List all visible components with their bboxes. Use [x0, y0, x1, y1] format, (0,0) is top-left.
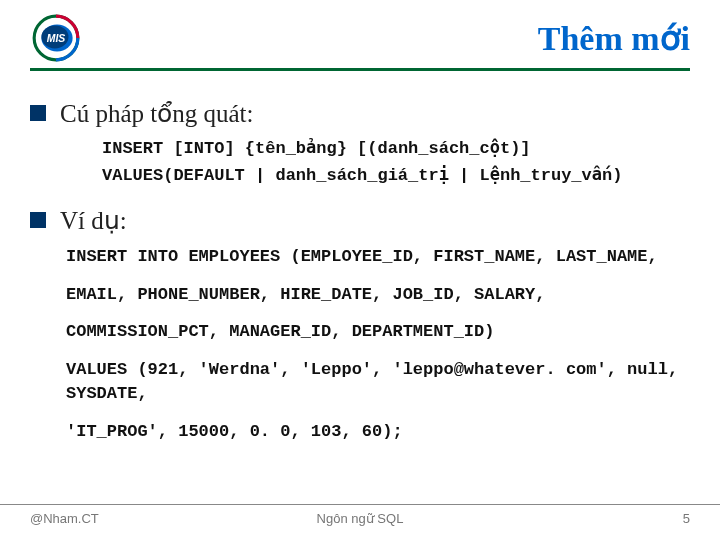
footer-author: @Nham.CT	[30, 511, 99, 526]
example-code-line: EMAIL, PHONE_NUMBER, HIRE_DATE, JOB_ID, …	[66, 283, 690, 307]
example-code-line: 'IT_PROG', 15000, 0. 0, 103, 60);	[66, 420, 690, 444]
bullet-item: Cú pháp tổng quát:	[30, 99, 690, 128]
example-code-line: INSERT INTO EMPLOYEES (EMPLOYEE_ID, FIRS…	[66, 245, 690, 269]
footer-subject: Ngôn ngữ SQL	[317, 511, 404, 526]
example-code-line: COMMISSION_PCT, MANAGER_ID, DEPARTMENT_I…	[66, 320, 690, 344]
example-section: Ví dụ: INSERT INTO EMPLOYEES (EMPLOYEE_I…	[30, 206, 690, 444]
syntax-section: Cú pháp tổng quát: INSERT [INTO] {tên_bả…	[30, 99, 690, 188]
syntax-code-line: INSERT [INTO] {tên_bảng} [(danh_sách_cột…	[102, 138, 690, 161]
section-heading: Cú pháp tổng quát:	[60, 99, 253, 128]
slide-footer: @Nham.CT Ngôn ngữ SQL 5	[0, 504, 720, 526]
square-bullet-icon	[30, 105, 46, 121]
syntax-code-line: VALUES(DEFAULT | danh_sách_giá_trị | Lện…	[102, 165, 690, 188]
svg-text:MIS: MIS	[47, 33, 66, 44]
example-code-line: VALUES (921, 'Werdna', 'Leppo', 'leppo@w…	[66, 358, 690, 406]
slide-header: MIS Thêm mới	[30, 12, 690, 71]
page-number: 5	[683, 511, 690, 526]
square-bullet-icon	[30, 212, 46, 228]
bullet-item: Ví dụ:	[30, 206, 690, 235]
slide-title: Thêm mới	[538, 18, 690, 58]
section-heading: Ví dụ:	[60, 206, 127, 235]
mis-logo: MIS	[30, 12, 82, 64]
